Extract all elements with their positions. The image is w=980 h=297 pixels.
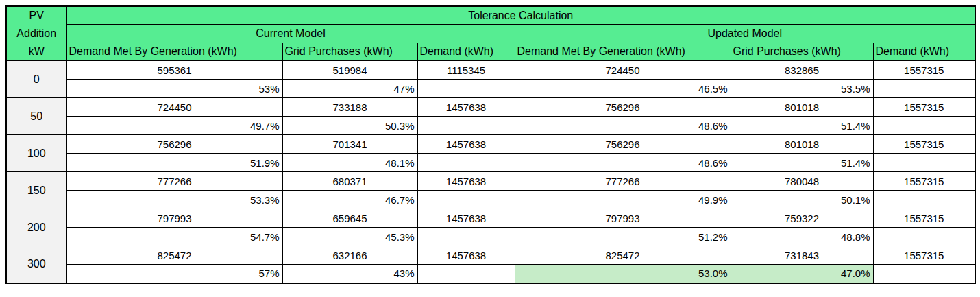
pv-addition-cell[interactable]: 200 bbox=[6, 209, 66, 246]
pv-addition-cell[interactable]: 300 bbox=[6, 246, 66, 283]
current-gen-column-header[interactable]: Demand Met By Generation (kWh) bbox=[66, 43, 282, 61]
updated-grid-percent-cell-highlighted[interactable]: 47.0% bbox=[731, 265, 873, 283]
empty-cell[interactable] bbox=[873, 191, 975, 209]
updated-demand-value-cell[interactable]: 1557315 bbox=[873, 98, 975, 117]
table-row: 57% 43% 53.0% 47.0% bbox=[6, 265, 975, 283]
current-demand-value-cell[interactable]: 1115345 bbox=[417, 61, 515, 80]
updated-demand-column-header[interactable]: Demand (kWh) bbox=[873, 43, 975, 61]
updated-gen-value-cell[interactable]: 756296 bbox=[515, 135, 731, 154]
updated-demand-value-cell[interactable]: 1557315 bbox=[873, 209, 975, 228]
current-demand-value-cell[interactable]: 1457638 bbox=[417, 98, 515, 117]
current-grid-percent-cell[interactable]: 48.1% bbox=[282, 154, 417, 172]
updated-gen-percent-cell-highlighted[interactable]: 53.0% bbox=[515, 265, 731, 283]
updated-gen-column-header[interactable]: Demand Met By Generation (kWh) bbox=[515, 43, 731, 61]
updated-gen-value-cell[interactable]: 724450 bbox=[515, 61, 731, 80]
table-row: Demand Met By Generation (kWh) Grid Purc… bbox=[6, 43, 975, 61]
current-demand-value-cell[interactable]: 1457638 bbox=[417, 172, 515, 191]
updated-grid-value-cell[interactable]: 780048 bbox=[731, 172, 873, 191]
table-row: 49.7% 50.3% 48.6% 51.4% bbox=[6, 117, 975, 135]
updated-gen-percent-cell[interactable]: 49.9% bbox=[515, 191, 731, 209]
updated-gen-percent-cell[interactable]: 48.6% bbox=[515, 154, 731, 172]
updated-grid-percent-cell[interactable]: 48.8% bbox=[731, 228, 873, 246]
updated-gen-percent-cell[interactable]: 48.6% bbox=[515, 117, 731, 135]
current-grid-value-cell[interactable]: 701341 bbox=[282, 135, 417, 154]
current-gen-value-cell[interactable]: 777266 bbox=[66, 172, 282, 191]
pv-addition-cell[interactable]: 150 bbox=[6, 172, 66, 209]
updated-grid-percent-cell[interactable]: 51.4% bbox=[731, 154, 873, 172]
empty-cell[interactable] bbox=[873, 228, 975, 246]
updated-gen-percent-cell[interactable]: 51.2% bbox=[515, 228, 731, 246]
updated-demand-value-cell[interactable]: 1557315 bbox=[873, 246, 975, 265]
current-gen-value-cell[interactable]: 825472 bbox=[66, 246, 282, 265]
empty-cell[interactable] bbox=[417, 191, 515, 209]
current-gen-percent-cell[interactable]: 57% bbox=[66, 265, 282, 283]
current-model-header-cell[interactable]: Current Model bbox=[66, 25, 515, 43]
current-grid-percent-cell[interactable]: 43% bbox=[282, 265, 417, 283]
pv-addition-header-cell[interactable]: PV Addition kW bbox=[6, 6, 66, 61]
updated-gen-value-cell[interactable]: 825472 bbox=[515, 246, 731, 265]
current-gen-percent-cell[interactable]: 53% bbox=[66, 80, 282, 98]
current-grid-value-cell[interactable]: 519984 bbox=[282, 61, 417, 80]
pv-addition-cell[interactable]: 50 bbox=[6, 98, 66, 135]
updated-gen-percent-cell[interactable]: 46.5% bbox=[515, 80, 731, 98]
current-grid-column-header[interactable]: Grid Purchases (kWh) bbox=[282, 43, 417, 61]
current-gen-percent-cell[interactable]: 54.7% bbox=[66, 228, 282, 246]
empty-cell[interactable] bbox=[873, 265, 975, 283]
current-gen-value-cell[interactable]: 724450 bbox=[66, 98, 282, 117]
current-grid-value-cell[interactable]: 733188 bbox=[282, 98, 417, 117]
current-gen-value-cell[interactable]: 756296 bbox=[66, 135, 282, 154]
empty-cell[interactable] bbox=[417, 117, 515, 135]
updated-gen-value-cell[interactable]: 756296 bbox=[515, 98, 731, 117]
table-row: PV Addition kW Tolerance Calculation bbox=[6, 6, 975, 25]
current-demand-column-header[interactable]: Demand (kWh) bbox=[417, 43, 515, 61]
updated-grid-value-cell[interactable]: 801018 bbox=[731, 98, 873, 117]
empty-cell[interactable] bbox=[873, 117, 975, 135]
current-gen-percent-cell[interactable]: 51.9% bbox=[66, 154, 282, 172]
spreadsheet-region: PV Addition kW Tolerance Calculation Cur… bbox=[0, 0, 980, 290]
updated-grid-percent-cell[interactable]: 50.1% bbox=[731, 191, 873, 209]
updated-grid-column-header[interactable]: Grid Purchases (kWh) bbox=[731, 43, 873, 61]
table-row: 54.7% 45.3% 51.2% 48.8% bbox=[6, 228, 975, 246]
empty-cell[interactable] bbox=[417, 154, 515, 172]
current-grid-percent-cell[interactable]: 47% bbox=[282, 80, 417, 98]
current-gen-percent-cell[interactable]: 49.7% bbox=[66, 117, 282, 135]
pv-addition-cell[interactable]: 0 bbox=[6, 61, 66, 98]
current-gen-percent-cell[interactable]: 53.3% bbox=[66, 191, 282, 209]
updated-demand-value-cell[interactable]: 1557315 bbox=[873, 172, 975, 191]
current-gen-value-cell[interactable]: 595361 bbox=[66, 61, 282, 80]
empty-cell[interactable] bbox=[873, 154, 975, 172]
empty-cell[interactable] bbox=[417, 228, 515, 246]
updated-grid-percent-cell[interactable]: 53.5% bbox=[731, 80, 873, 98]
table-row: Current Model Updated Model bbox=[6, 25, 975, 43]
current-demand-value-cell[interactable]: 1457638 bbox=[417, 246, 515, 265]
updated-grid-value-cell[interactable]: 832865 bbox=[731, 61, 873, 80]
current-grid-value-cell[interactable]: 632166 bbox=[282, 246, 417, 265]
current-demand-value-cell[interactable]: 1457638 bbox=[417, 209, 515, 228]
current-gen-value-cell[interactable]: 797993 bbox=[66, 209, 282, 228]
pv-header-line3: kW bbox=[10, 43, 64, 60]
pv-addition-cell[interactable]: 100 bbox=[6, 135, 66, 172]
current-grid-value-cell[interactable]: 659645 bbox=[282, 209, 417, 228]
updated-demand-value-cell[interactable]: 1557315 bbox=[873, 135, 975, 154]
current-grid-percent-cell[interactable]: 46.7% bbox=[282, 191, 417, 209]
current-grid-percent-cell[interactable]: 50.3% bbox=[282, 117, 417, 135]
empty-cell[interactable] bbox=[873, 80, 975, 98]
current-grid-percent-cell[interactable]: 45.3% bbox=[282, 228, 417, 246]
updated-model-header-cell[interactable]: Updated Model bbox=[515, 25, 975, 43]
empty-cell[interactable] bbox=[417, 80, 515, 98]
current-demand-value-cell[interactable]: 1457638 bbox=[417, 135, 515, 154]
updated-grid-value-cell[interactable]: 759322 bbox=[731, 209, 873, 228]
empty-cell[interactable] bbox=[417, 265, 515, 283]
updated-gen-value-cell[interactable]: 777266 bbox=[515, 172, 731, 191]
updated-grid-percent-cell[interactable]: 51.4% bbox=[731, 117, 873, 135]
updated-demand-value-cell[interactable]: 1557315 bbox=[873, 61, 975, 80]
updated-grid-value-cell[interactable]: 731843 bbox=[731, 246, 873, 265]
current-grid-value-cell[interactable]: 680371 bbox=[282, 172, 417, 191]
table-row: 50 724450 733188 1457638 756296 801018 1… bbox=[6, 98, 975, 117]
table-title-cell[interactable]: Tolerance Calculation bbox=[66, 6, 975, 25]
table-row: 300 825472 632166 1457638 825472 731843 … bbox=[6, 246, 975, 265]
tolerance-calculation-table: PV Addition kW Tolerance Calculation Cur… bbox=[5, 5, 976, 284]
table-row: 0 595361 519984 1115345 724450 832865 15… bbox=[6, 61, 975, 80]
updated-gen-value-cell[interactable]: 797993 bbox=[515, 209, 731, 228]
updated-grid-value-cell[interactable]: 801018 bbox=[731, 135, 873, 154]
